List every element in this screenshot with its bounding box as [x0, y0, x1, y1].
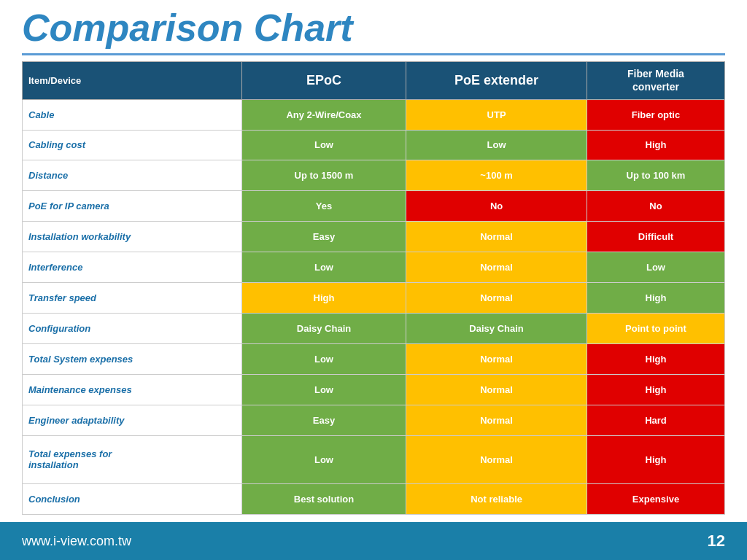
- row-poe-cell: ~100 m: [406, 160, 587, 191]
- row-label: PoE for IP camera: [23, 191, 242, 222]
- table-row: Installation workabilityEasyNormalDiffic…: [23, 222, 725, 252]
- row-fiber-cell: High: [587, 375, 724, 405]
- row-fiber-cell: High: [587, 344, 724, 375]
- row-epoc-cell: Low: [241, 252, 406, 283]
- footer-page: 12: [708, 532, 725, 551]
- content-area: Comparison Chart Item/Device EPoC PoE ex…: [0, 0, 747, 522]
- row-label: Conclusion: [23, 484, 242, 515]
- table-row: DistanceUp to 1500 m~100 mUp to 100 km: [23, 160, 725, 191]
- row-poe-cell: Normal: [406, 222, 587, 252]
- row-label: Cable: [23, 99, 242, 130]
- table-row: Total expenses forinstallationLowNormalH…: [23, 435, 725, 483]
- row-epoc-cell: Low: [241, 344, 406, 375]
- row-epoc-cell: Any 2-Wire/Coax: [241, 99, 406, 130]
- row-epoc-cell: Low: [241, 435, 406, 483]
- row-label: Distance: [23, 160, 242, 191]
- row-label: Engineer adaptability: [23, 405, 242, 435]
- page-title: Comparison Chart: [22, 7, 725, 49]
- row-epoc-cell: Up to 1500 m: [241, 160, 406, 191]
- col-header-item: Item/Device: [23, 62, 242, 99]
- row-poe-cell: Not reliable: [406, 484, 587, 515]
- row-epoc-cell: Easy: [241, 222, 406, 252]
- row-epoc-cell: Low: [241, 375, 406, 405]
- row-label: Installation workability: [23, 222, 242, 252]
- table-header-row: Item/Device EPoC PoE extender Fiber Medi…: [23, 62, 725, 99]
- row-poe-cell: Normal: [406, 283, 587, 314]
- row-label: Cabling cost: [23, 130, 242, 160]
- row-epoc-cell: High: [241, 283, 406, 314]
- row-poe-cell: No: [406, 191, 587, 222]
- table-row: CableAny 2-Wire/CoaxUTPFiber optic: [23, 99, 725, 130]
- main-container: Comparison Chart Item/Device EPoC PoE ex…: [0, 0, 747, 560]
- col-header-poe: PoE extender: [406, 62, 587, 99]
- row-poe-cell: Normal: [406, 252, 587, 283]
- table-row: PoE for IP cameraYesNoNo: [23, 191, 725, 222]
- row-epoc-cell: Easy: [241, 405, 406, 435]
- comparison-table: Item/Device EPoC PoE extender Fiber Medi…: [22, 61, 725, 515]
- table-row: Maintenance expensesLowNormalHigh: [23, 375, 725, 405]
- row-label: Configuration: [23, 314, 242, 344]
- col-header-fiber: Fiber Mediaconverter: [587, 62, 724, 99]
- row-fiber-cell: Fiber optic: [587, 99, 724, 130]
- row-fiber-cell: Difficult: [587, 222, 724, 252]
- row-poe-cell: Normal: [406, 375, 587, 405]
- row-fiber-cell: Expensive: [587, 484, 724, 515]
- row-fiber-cell: High: [587, 435, 724, 483]
- table-row: Engineer adaptabilityEasyNormalHard: [23, 405, 725, 435]
- row-poe-cell: Normal: [406, 405, 587, 435]
- row-fiber-cell: Low: [587, 252, 724, 283]
- table-row: Cabling costLowLowHigh: [23, 130, 725, 160]
- table-row: ConfigurationDaisy ChainDaisy ChainPoint…: [23, 314, 725, 344]
- table-row: Total System expensesLowNormalHigh: [23, 344, 725, 375]
- row-poe-cell: Normal: [406, 435, 587, 483]
- row-fiber-cell: Hard: [587, 405, 724, 435]
- row-label: Interference: [23, 252, 242, 283]
- row-fiber-cell: High: [587, 283, 724, 314]
- table-row: Transfer speedHighNormalHigh: [23, 283, 725, 314]
- row-epoc-cell: Best solution: [241, 484, 406, 515]
- row-fiber-cell: High: [587, 130, 724, 160]
- footer-website: www.i-view.com.tw: [22, 534, 131, 549]
- row-fiber-cell: No: [587, 191, 724, 222]
- table-row: ConclusionBest solutionNot reliableExpen…: [23, 484, 725, 515]
- row-label: Total System expenses: [23, 344, 242, 375]
- row-epoc-cell: Yes: [241, 191, 406, 222]
- row-fiber-cell: Point to point: [587, 314, 724, 344]
- col-header-epoc: EPoC: [241, 62, 406, 99]
- title-divider: [22, 53, 725, 55]
- row-label: Transfer speed: [23, 283, 242, 314]
- row-poe-cell: Daisy Chain: [406, 314, 587, 344]
- row-epoc-cell: Daisy Chain: [241, 314, 406, 344]
- row-label: Total expenses forinstallation: [23, 435, 242, 483]
- footer: www.i-view.com.tw 12: [0, 522, 747, 560]
- table-row: InterferenceLowNormalLow: [23, 252, 725, 283]
- row-poe-cell: UTP: [406, 99, 587, 130]
- row-label: Maintenance expenses: [23, 375, 242, 405]
- row-epoc-cell: Low: [241, 130, 406, 160]
- row-poe-cell: Normal: [406, 344, 587, 375]
- row-poe-cell: Low: [406, 130, 587, 160]
- row-fiber-cell: Up to 100 km: [587, 160, 724, 191]
